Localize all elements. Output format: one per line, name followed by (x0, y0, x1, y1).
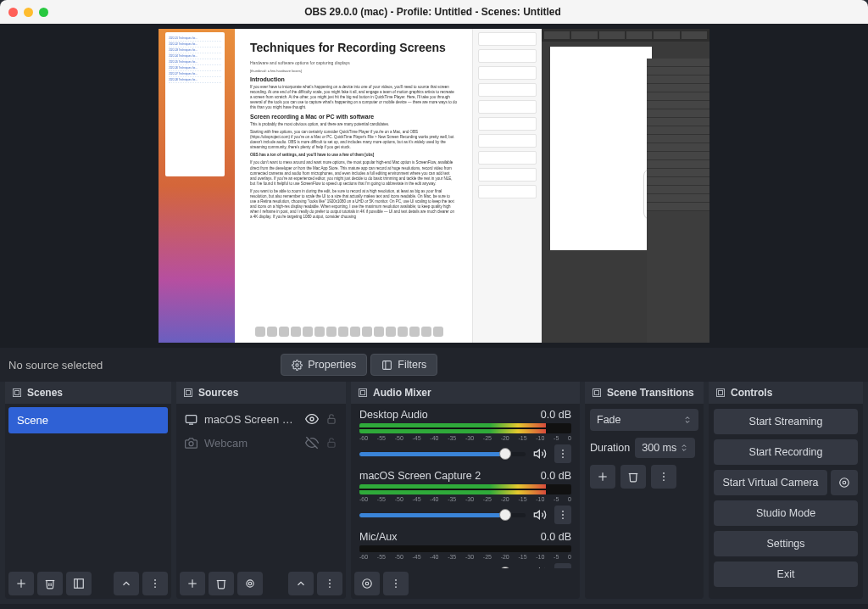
svg-point-36 (562, 517, 564, 519)
svg-rect-53 (717, 389, 725, 397)
properties-button[interactable]: Properties (281, 354, 367, 376)
svg-point-26 (329, 586, 331, 588)
scene-filters-button[interactable] (66, 572, 92, 595)
mixer-more-button[interactable] (383, 572, 409, 595)
svg-point-45 (395, 586, 397, 588)
svg-point-32 (562, 456, 564, 458)
source-more-button[interactable] (317, 572, 342, 595)
lock-icon[interactable] (326, 413, 337, 425)
dock-icon (12, 388, 22, 398)
channel-name: Desktop Audio (359, 409, 428, 421)
svg-point-55 (843, 481, 846, 484)
lock-icon[interactable] (326, 437, 337, 449)
window-title: OBS 29.0.0 (mac) - Profile: Untitled - S… (48, 6, 817, 18)
vcam-settings-button[interactable] (831, 470, 858, 495)
scene-more-button[interactable] (142, 572, 168, 595)
remove-scene-button[interactable] (37, 572, 63, 595)
svg-point-52 (663, 479, 665, 481)
svg-point-16 (310, 417, 314, 421)
window-controls (8, 8, 48, 17)
updown-icon (683, 414, 692, 426)
source-item[interactable]: macOS Screen Capture 2 (180, 407, 342, 431)
volume-slider[interactable] (359, 513, 526, 517)
remove-source-button[interactable] (209, 572, 234, 595)
svg-marker-33 (534, 511, 539, 518)
vdots-icon (149, 578, 161, 589)
filters-button[interactable]: Filters (370, 354, 437, 376)
start-recording-button[interactable]: Start Recording (714, 439, 858, 465)
exit-button[interactable]: Exit (714, 562, 858, 587)
studio-mode-button[interactable]: Studio Mode (714, 500, 858, 526)
display-icon (185, 413, 198, 426)
svg-rect-20 (328, 442, 335, 447)
panel-mixer-title: Audio Mixer (373, 387, 431, 399)
channel-name: Mic/Aux (359, 531, 397, 543)
mixer-channel: macOS Screen Capture 20.0 dB -60-55-50-4… (354, 468, 576, 529)
gear-icon (838, 477, 850, 489)
dock-icon (592, 388, 602, 398)
svg-point-0 (296, 363, 298, 366)
add-source-button[interactable] (180, 572, 205, 595)
speaker-icon[interactable] (531, 444, 549, 463)
add-scene-button[interactable] (8, 572, 34, 595)
speaker-icon[interactable] (531, 506, 549, 524)
settings-button[interactable]: Settings (714, 531, 858, 556)
svg-point-25 (329, 583, 331, 584)
transition-more-button[interactable] (651, 465, 676, 489)
channel-more-button[interactable] (554, 444, 571, 463)
start-streaming-button[interactable]: Start Streaming (714, 409, 858, 434)
channel-more-button[interactable] (554, 506, 571, 524)
preview-canvas: 2022-01 Techniques for...2022-02 Techniq… (159, 29, 709, 343)
panel-sources-title: Sources (198, 387, 238, 399)
channel-db: 0.0 dB (541, 531, 571, 543)
svg-rect-1 (383, 360, 392, 369)
doc-title: Techniques for Recording Screens (250, 41, 457, 55)
trash-icon (627, 471, 639, 483)
move-scene-up-button[interactable] (114, 572, 139, 595)
svg-point-41 (365, 582, 369, 585)
dock-icon (358, 388, 368, 398)
plus-icon (186, 578, 198, 589)
filters-icon (381, 360, 392, 371)
status-bar: LIVE: 00:00:00 REC: 00:00:00 CPU: 3.9%, … (0, 604, 868, 609)
svg-point-56 (840, 478, 849, 488)
svg-point-9 (154, 579, 156, 581)
remove-transition-button[interactable] (620, 465, 646, 489)
camera-icon (185, 437, 198, 450)
svg-rect-28 (361, 391, 365, 395)
scene-item[interactable]: Scene (8, 407, 168, 433)
sources-list[interactable]: macOS Screen Capture 2 Webcam (176, 404, 346, 568)
source-item[interactable]: Webcam (180, 431, 342, 455)
move-source-up-button[interactable] (288, 572, 314, 595)
svg-point-42 (363, 579, 372, 589)
svg-point-31 (562, 453, 564, 455)
mixer-settings-button[interactable] (354, 572, 380, 595)
chevron-up-icon (295, 578, 307, 589)
updown-icon (680, 442, 688, 454)
scenes-list[interactable]: Scene (5, 404, 171, 568)
mixer-channel: Desktop Audio0.0 dB -60-55-50-45-40-35-3… (354, 407, 576, 468)
plus-icon (597, 471, 609, 483)
close-icon[interactable] (8, 8, 18, 17)
svg-point-24 (329, 579, 331, 581)
duration-label: Duration (590, 442, 630, 454)
gear-icon (361, 578, 373, 589)
preview-area[interactable]: 2022-01 Techniques for...2022-02 Techniq… (0, 24, 868, 348)
transition-select[interactable]: Fade (590, 409, 698, 431)
svg-marker-29 (534, 450, 539, 457)
zoom-icon[interactable] (39, 8, 48, 17)
start-virtual-camera-button[interactable]: Start Virtual Camera (714, 470, 827, 495)
duration-stepper[interactable]: 300 ms (635, 438, 695, 458)
volume-slider[interactable] (359, 452, 526, 456)
context-bar: No source selected Properties Filters (0, 348, 868, 382)
gear-icon (244, 578, 256, 589)
minimize-icon[interactable] (24, 8, 33, 17)
add-transition-button[interactable] (590, 465, 615, 489)
eye-off-icon[interactable] (305, 436, 319, 450)
svg-point-43 (395, 579, 397, 581)
eye-icon[interactable] (305, 412, 319, 426)
svg-rect-13 (186, 391, 191, 395)
source-properties-button[interactable] (237, 572, 263, 595)
svg-point-11 (154, 586, 156, 588)
svg-point-35 (562, 514, 564, 516)
